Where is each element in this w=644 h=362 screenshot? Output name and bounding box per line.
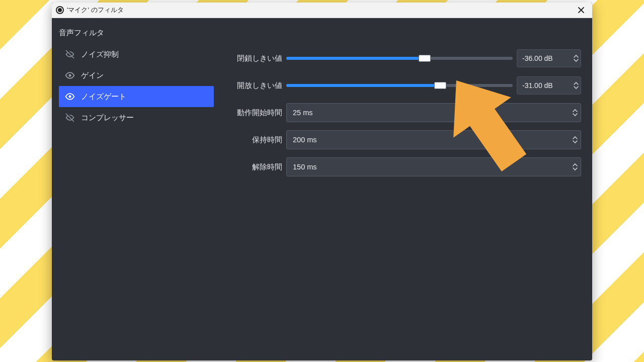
hold-time-input[interactable]: 200 ms <box>286 130 581 149</box>
release-time-label: 解除時間 <box>226 162 282 172</box>
spin-buttons[interactable] <box>573 109 578 117</box>
svg-point-1 <box>69 96 71 98</box>
close-threshold-row: 閉鎖しきい値 -36.00 dB <box>226 49 581 68</box>
release-time-value: 150 ms <box>293 163 317 171</box>
chevron-up-icon <box>573 136 578 140</box>
open-threshold-row: 開放しきい値 -31.00 dB <box>226 76 581 95</box>
obs-logo-icon <box>56 6 64 14</box>
filter-item-label: ノイズゲート <box>81 92 126 102</box>
filter-item-compressor[interactable]: コンプレッサー <box>59 107 214 128</box>
chevron-up-icon <box>574 54 579 58</box>
slider-handle[interactable] <box>434 82 446 89</box>
slider-handle[interactable] <box>419 55 431 62</box>
chevron-down-icon <box>574 85 579 89</box>
release-time-row: 解除時間 150 ms <box>226 157 581 176</box>
filter-item-gain[interactable]: ゲイン <box>59 65 214 86</box>
slider-fill <box>286 57 425 60</box>
filter-item-noise-gate[interactable]: ノイズゲート <box>59 86 214 107</box>
chevron-up-icon <box>573 163 578 167</box>
svg-point-0 <box>69 74 71 77</box>
visibility-off-icon[interactable] <box>65 49 75 59</box>
close-threshold-value: -36.00 dB <box>522 54 553 62</box>
chevron-down-icon <box>573 113 578 117</box>
attack-time-label: 動作開始時間 <box>226 108 282 118</box>
close-threshold-spin[interactable]: -36.00 dB <box>517 49 581 67</box>
hold-time-label: 保持時間 <box>226 135 282 145</box>
spin-buttons[interactable] <box>574 81 579 89</box>
filter-item-label: ノイズ抑制 <box>81 50 119 59</box>
spin-buttons[interactable] <box>573 163 578 171</box>
open-threshold-label: 開放しきい値 <box>226 81 282 90</box>
chevron-up-icon <box>573 109 578 113</box>
visibility-off-icon[interactable] <box>65 113 75 123</box>
titlebar[interactable]: 'マイク' のフィルタ <box>52 3 592 18</box>
filter-sidebar: ノイズ抑制 ゲイン ノイズゲート <box>59 44 214 353</box>
chevron-down-icon <box>573 167 578 171</box>
window-body: 音声フィルタ ノイズ抑制 ゲイン <box>52 18 592 360</box>
filter-item-noise-suppression[interactable]: ノイズ抑制 <box>59 44 214 65</box>
filter-item-label: コンプレッサー <box>81 113 134 123</box>
filter-item-label: ゲイン <box>81 71 104 80</box>
spin-buttons[interactable] <box>574 54 579 62</box>
open-threshold-spin[interactable]: -31.00 dB <box>517 76 581 95</box>
chevron-down-icon <box>573 140 578 144</box>
spin-buttons[interactable] <box>573 136 578 144</box>
open-threshold-slider[interactable] <box>286 84 513 87</box>
chevron-down-icon <box>574 58 579 62</box>
open-threshold-value: -31.00 dB <box>522 81 553 89</box>
attack-time-row: 動作開始時間 25 ms <box>226 103 581 122</box>
section-title: 音声フィルタ <box>59 28 585 38</box>
chevron-up-icon <box>574 81 579 85</box>
close-button[interactable] <box>574 5 588 16</box>
attack-time-value: 25 ms <box>293 109 313 117</box>
hold-time-row: 保持時間 200 ms <box>226 130 581 149</box>
visibility-on-icon[interactable] <box>65 92 75 102</box>
close-icon <box>578 7 585 14</box>
filters-window: 'マイク' のフィルタ 音声フィルタ ノイズ抑制 ゲイン <box>52 3 592 360</box>
release-time-input[interactable]: 150 ms <box>286 157 581 176</box>
visibility-on-icon[interactable] <box>65 70 75 80</box>
close-threshold-slider[interactable] <box>286 57 513 60</box>
window-title: 'マイク' のフィルタ <box>67 6 571 15</box>
columns: ノイズ抑制 ゲイン ノイズゲート <box>59 44 585 353</box>
attack-time-input[interactable]: 25 ms <box>286 103 581 122</box>
close-threshold-label: 閉鎖しきい値 <box>226 54 282 63</box>
filter-settings-panel: 閉鎖しきい値 -36.00 dB 開放しきい値 <box>217 44 585 353</box>
hold-time-value: 200 ms <box>293 136 317 144</box>
slider-fill <box>286 84 440 87</box>
